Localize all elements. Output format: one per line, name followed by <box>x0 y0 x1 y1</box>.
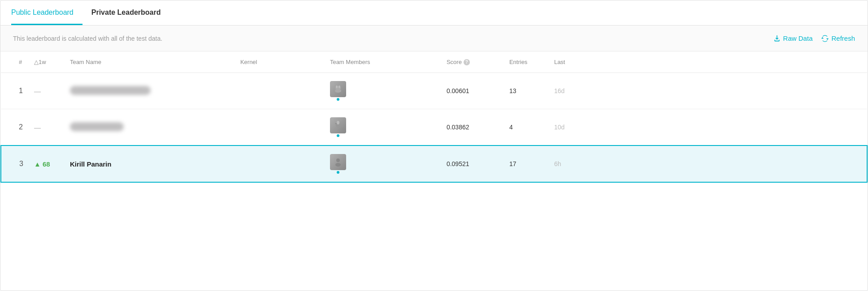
kernel-cell <box>235 73 325 109</box>
svg-point-1 <box>336 86 338 88</box>
tab-public[interactable]: Public Leaderboard <box>11 0 82 25</box>
rank-cell: 1 <box>1 73 29 109</box>
col-header-team-name: Team Name <box>65 51 235 73</box>
score-cell: 0.00601 <box>441 73 504 109</box>
actions-group: Raw Data Refresh <box>773 34 855 42</box>
entries-cell: 4 <box>504 109 549 146</box>
table-row: 2 — <box>1 109 867 146</box>
raw-data-button[interactable]: Raw Data <box>773 34 813 42</box>
avatar <box>330 154 346 170</box>
col-header-last: Last <box>549 51 867 73</box>
last-cell: 16d <box>549 73 867 109</box>
score-cell: 0.03862 <box>441 109 504 146</box>
avatar <box>330 117 346 133</box>
svg-point-6 <box>336 158 340 162</box>
members-wrapper <box>330 117 436 137</box>
members-cell <box>325 109 441 146</box>
col-header-score: Score ? <box>441 51 504 73</box>
download-icon <box>773 35 781 42</box>
last-cell: 6h <box>549 146 867 182</box>
avatar-icon <box>333 120 343 131</box>
tab-private[interactable]: Private Leaderboard <box>91 0 170 25</box>
members-wrapper <box>330 81 436 101</box>
kernel-cell <box>235 146 325 182</box>
member-dot <box>337 134 339 137</box>
team-name-cell: Kirill Panarin <box>65 146 235 182</box>
info-text: This leaderboard is calculated with all … <box>13 35 162 42</box>
avatar-with-dot <box>330 154 346 174</box>
avatar-with-dot <box>330 117 346 137</box>
avatar <box>330 81 346 97</box>
svg-point-2 <box>339 86 340 88</box>
members-cell <box>325 73 441 109</box>
leaderboard-container: Public Leaderboard Private Leaderboard T… <box>0 0 868 291</box>
members-cell <box>325 146 441 182</box>
svg-point-3 <box>335 89 341 93</box>
avatar-icon <box>333 157 343 167</box>
member-dot <box>337 171 339 174</box>
table-row: 1 — <box>1 73 867 109</box>
team-name-cell <box>65 73 235 109</box>
kernel-cell <box>235 109 325 146</box>
table-header-row: # △1w Team Name Kernel Team Members Scor… <box>1 51 867 73</box>
refresh-icon <box>821 35 829 42</box>
rank-cell: 2 <box>1 109 29 146</box>
delta-cell: — <box>29 73 65 109</box>
member-dot <box>337 98 339 101</box>
rank-cell: 3 <box>1 146 29 182</box>
info-bar: This leaderboard is calculated with all … <box>0 26 868 51</box>
delta-cell: ▲ 68 <box>29 146 65 182</box>
entries-cell: 17 <box>504 146 549 182</box>
refresh-button[interactable]: Refresh <box>821 34 855 42</box>
leaderboard-table: # △1w Team Name Kernel Team Members Scor… <box>0 51 868 183</box>
refresh-label: Refresh <box>831 34 855 42</box>
blurred-team-name <box>70 122 124 131</box>
last-cell: 10d <box>549 109 867 146</box>
blurred-team-name <box>70 86 151 95</box>
score-info-icon[interactable]: ? <box>464 59 470 65</box>
delta-cell: — <box>29 109 65 146</box>
col-header-rank: # <box>1 51 29 73</box>
team-name-cell <box>65 109 235 146</box>
score-cell: 0.09521 <box>441 146 504 182</box>
col-header-kernel: Kernel <box>235 51 325 73</box>
raw-data-label: Raw Data <box>783 34 813 42</box>
svg-point-5 <box>337 121 339 124</box>
avatar-with-dot <box>330 81 346 101</box>
svg-point-7 <box>335 163 341 167</box>
entries-cell: 13 <box>504 73 549 109</box>
col-header-entries: Entries <box>504 51 549 73</box>
members-wrapper <box>330 154 436 174</box>
col-header-team-members: Team Members <box>325 51 441 73</box>
col-header-delta: △1w <box>29 51 65 73</box>
avatar-icon <box>333 84 343 94</box>
tabs-bar: Public Leaderboard Private Leaderboard <box>0 0 868 26</box>
highlighted-table-row: 3 ▲ 68 Kirill Panarin <box>1 146 867 182</box>
leaderboard-table-area: # △1w Team Name Kernel Team Members Scor… <box>0 51 868 183</box>
